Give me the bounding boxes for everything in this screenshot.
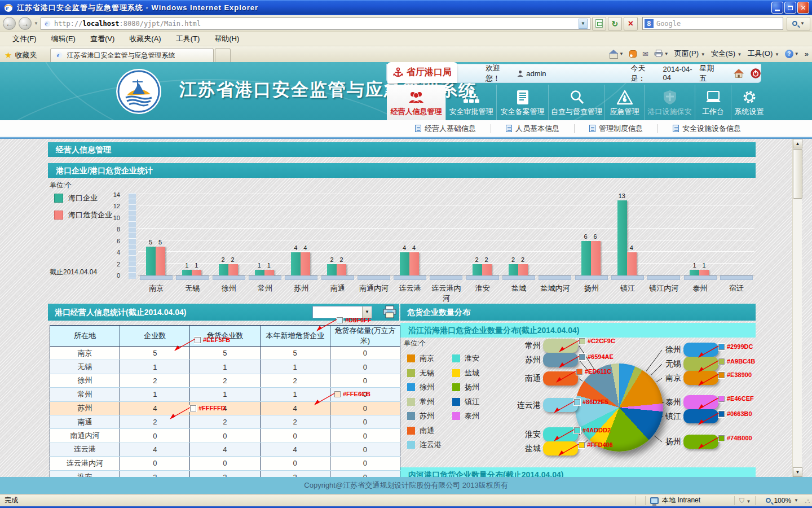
table-row[interactable]: 苏州4440 (50, 401, 400, 415)
document-icon (516, 87, 529, 107)
mail-button[interactable]: ✉ (642, 50, 648, 58)
tools-menu[interactable]: 工具(O) ▼ (748, 49, 779, 59)
menu-item-1[interactable]: 编辑(E) (45, 32, 82, 46)
stop-button[interactable]: × (624, 17, 638, 30)
window-titlebar[interactable]: e 江苏省港口安全监管与应急管理系统 - Windows Internet Ex… (0, 0, 812, 15)
help-button[interactable]: ?▼ (785, 50, 799, 58)
menu-item-2[interactable]: 查看(V) (83, 32, 121, 46)
pie-callout-南京[interactable] (683, 371, 718, 385)
pie-callout-盐城[interactable] (543, 441, 578, 456)
nav-self-inspection[interactable]: 自查与督查管理 (548, 85, 604, 120)
menu-item-0[interactable]: 文件(F) (6, 32, 43, 46)
history-dropdown-icon[interactable]: ▼ (34, 21, 38, 26)
pie-callout-泰州[interactable] (683, 395, 718, 409)
url-dropdown-icon[interactable]: ▼ (579, 19, 588, 29)
zoom-icon (766, 498, 771, 503)
home-button[interactable]: ▼ (610, 50, 624, 58)
table-row[interactable]: 南京5550 (50, 347, 400, 360)
vertical-scrollbar[interactable]: ▲ ▼ (792, 139, 802, 477)
nav-operator-info[interactable]: 经营人信息管理 (387, 85, 445, 120)
compatibility-button[interactable] (592, 17, 606, 30)
forward-button[interactable]: → (19, 17, 32, 30)
print-button[interactable]: ▼ (654, 50, 669, 58)
bar-group-南京: 55 (138, 195, 174, 275)
table-row[interactable]: 连云港内河0000 (50, 457, 400, 470)
minimize-button[interactable] (771, 2, 783, 14)
nav-settings[interactable]: 系统设置 (731, 85, 767, 120)
date-label: 今天是： (631, 63, 655, 84)
legend-swatch-danger (54, 211, 63, 220)
nav-safety-approval[interactable]: 安全审批管理 (445, 85, 496, 120)
subnav-safety-facility-info[interactable]: 安全设施设备信息 (657, 124, 756, 133)
menu-item-4[interactable]: 工具(T) (169, 32, 207, 46)
close-button[interactable]: ✕ (797, 2, 809, 14)
pie-callout-无锡[interactable] (683, 357, 718, 371)
refresh-button[interactable]: ↻ (608, 17, 622, 30)
resize-grip[interactable] (804, 497, 811, 504)
url-scheme: http:// (54, 20, 83, 28)
table-row[interactable]: 连云港4440 (50, 443, 400, 456)
scroll-down-icon[interactable]: ▼ (793, 467, 802, 477)
doc-icon (589, 125, 595, 132)
logout-icon[interactable] (751, 67, 761, 80)
bar-group-扬州: 66 (573, 195, 610, 275)
table-row[interactable]: 南通内河0000 (50, 429, 400, 443)
pie-callout-label: 无锡 (665, 359, 681, 369)
protected-mode-icon[interactable]: ⛉ ▼ (739, 497, 751, 505)
people-icon (408, 87, 425, 107)
pie-callout-连云港[interactable] (543, 398, 578, 412)
search-button[interactable]: ▼ (787, 17, 810, 30)
scroll-up-icon[interactable]: ▲ (793, 139, 802, 148)
google-logo-icon: 8 (645, 19, 654, 28)
home-shortcut-icon[interactable] (734, 68, 744, 79)
operator-stats-table: 所在地企业数危货企业数本年新增危货企业危货存储量(万立方米) 南京5550无锡1… (50, 325, 400, 477)
pie-callout-label: 徐州 (665, 345, 681, 355)
safety-menu[interactable]: 安全(S) ▼ (711, 49, 742, 59)
pie-callout-南通[interactable] (543, 371, 578, 386)
table-row[interactable]: 徐州2220 (50, 374, 400, 387)
feeds-button[interactable] (629, 50, 637, 58)
table-row[interactable]: 南通2220 (50, 415, 400, 428)
main-nav: 经营人信息管理 安全审批管理 安全备案管理 自查与督查管理 应急管理 港口设施保… (387, 85, 767, 120)
nav-workbench[interactable]: 工作台 (695, 85, 731, 120)
search-box[interactable]: 8 Google (642, 17, 783, 30)
pie-callout-扬州[interactable] (683, 435, 718, 449)
subnav-personnel-info[interactable]: 人员基本信息 (491, 124, 574, 133)
bureau-tab[interactable]: 省厅港口局 (387, 62, 457, 83)
overflow-chevron-icon[interactable]: » (805, 50, 809, 58)
city-filter-select[interactable]: ▼ (312, 306, 372, 318)
back-button[interactable]: ← (3, 17, 16, 30)
scrollbar-thumb[interactable] (793, 149, 802, 199)
col-header: 危货企业数 (190, 326, 260, 347)
pie-callout-徐州[interactable] (683, 343, 718, 357)
pie-callout-常州[interactable] (543, 339, 578, 353)
table-row[interactable]: 无锡1110 (50, 360, 400, 374)
new-tab-stub[interactable] (215, 48, 231, 62)
page-menu[interactable]: 页面(P) ▼ (674, 49, 705, 59)
bar-group-连云港: 44 (392, 195, 428, 275)
pie-callout-镇江[interactable] (683, 409, 718, 423)
nav-port-security[interactable]: 港口设施保安 (644, 85, 695, 120)
pie-callout-苏州[interactable] (543, 353, 578, 367)
menu-item-3[interactable]: 收藏夹(A) (122, 32, 167, 46)
menu-item-5[interactable]: 帮助(H) (208, 32, 246, 46)
table-row[interactable]: 淮安2220 (50, 470, 400, 477)
zoom-control[interactable]: 100%▼ (760, 497, 804, 505)
username: admin (526, 69, 546, 78)
print-table-icon[interactable] (382, 305, 397, 319)
select-dropdown-icon[interactable]: ▼ (362, 306, 372, 318)
nav-emergency[interactable]: 应急管理 (604, 85, 644, 120)
nav-safety-record[interactable]: 安全备案管理 (496, 85, 548, 120)
url-path: :8080/yjpt/Main.html (120, 20, 201, 28)
pie-callout-淮安[interactable] (543, 427, 578, 441)
subnav-operator-base-info[interactable]: 经营人基础信息 (400, 124, 491, 133)
pie-callout-label: 泰州 (665, 397, 681, 408)
gear-icon (742, 87, 757, 107)
url-input[interactable]: e http://localhost:8080/yjpt/Main.html ▼ (41, 17, 590, 30)
subnav-management-system-info[interactable]: 管理制度信息 (574, 124, 657, 133)
restore-button[interactable] (784, 2, 796, 14)
pie-legend-镇江: 镇江 (452, 397, 479, 407)
table-row[interactable]: 常州1110 (50, 388, 400, 401)
browser-tab[interactable]: e 江苏省港口安全监管与应急管理系统 (50, 48, 214, 62)
favorites-button[interactable]: ★ 收藏夹 (0, 49, 42, 62)
